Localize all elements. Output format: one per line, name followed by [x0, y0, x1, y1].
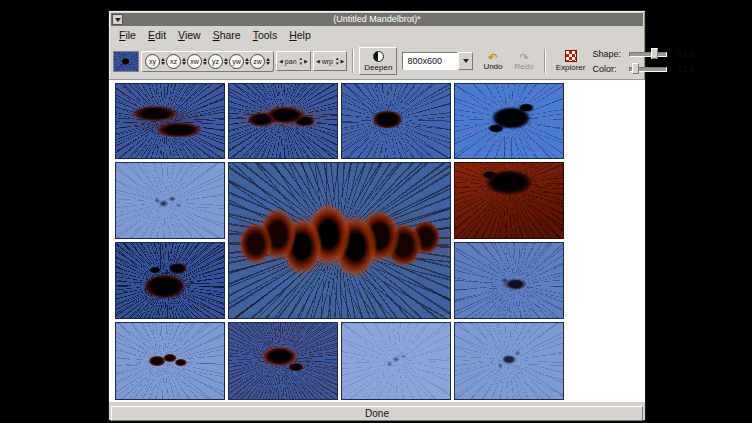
color-label: Color:: [592, 64, 626, 74]
rotate-zw-label: zw: [250, 54, 265, 69]
slider-thumb[interactable]: [632, 63, 639, 74]
undo-label: Undo: [483, 62, 502, 71]
rotate-xy-knob[interactable]: xy: [145, 54, 165, 69]
redo-label: Redo: [515, 62, 534, 71]
mutation-preview-3[interactable]: [341, 83, 451, 159]
resolution-value: 800x600: [402, 52, 458, 70]
explorer-button[interactable]: Explorer: [551, 47, 591, 75]
redo-button[interactable]: ↷ Redo: [510, 47, 539, 75]
rotate-yw-label: yw: [229, 54, 244, 69]
redo-arrow-icon: ↷: [519, 52, 528, 62]
rotate-yw-knob[interactable]: yw: [229, 54, 249, 69]
shape-value: 61.3: [670, 49, 694, 59]
current-fractal-preview[interactable]: [228, 162, 451, 319]
warp-label: wrp: [322, 58, 333, 65]
shape-slider-row: Shape: 61.3: [592, 48, 694, 60]
arrow-right-icon: ▶: [304, 58, 308, 64]
mutation-preview-11[interactable]: [341, 322, 451, 400]
deepen-half-circle-icon: [373, 51, 384, 62]
rotate-yz-label: yz: [208, 54, 223, 69]
toolbar-separator: [352, 49, 354, 73]
titlebar: (Untitled Mandelbrot)*: [111, 13, 643, 26]
screenshot-canvas: (Untitled Mandelbrot)* File Edit View Sh…: [0, 0, 752, 423]
mutation-preview-7[interactable]: [454, 162, 564, 239]
menu-share[interactable]: Share: [207, 28, 247, 42]
mutation-grid: [115, 83, 639, 400]
mutation-preview-1[interactable]: [115, 83, 225, 159]
mutation-preview-5[interactable]: [115, 162, 225, 239]
chevron-down-icon: [463, 59, 469, 63]
resolution-select[interactable]: 800x600: [402, 52, 473, 70]
undo-button[interactable]: ↶ Undo: [478, 47, 507, 75]
explorer-content: [109, 80, 645, 402]
mutation-preview-6[interactable]: [115, 242, 225, 319]
explorer-grid-icon: [565, 50, 577, 62]
menu-file[interactable]: File: [113, 28, 142, 42]
mutation-preview-4[interactable]: [454, 83, 564, 159]
mutation-preview-9[interactable]: [115, 322, 225, 400]
rotate-yz-knob[interactable]: yz: [208, 54, 228, 69]
slider-groove: [629, 52, 667, 57]
toolbar-separator: [544, 49, 546, 73]
rotate-xy-label: xy: [145, 54, 160, 69]
spin-arrows-icon[interactable]: [266, 58, 270, 65]
rotate-xw-label: xw: [187, 54, 202, 69]
spin-arrows-icon[interactable]: [224, 58, 228, 65]
arrow-left-icon: ◀: [279, 58, 283, 64]
menu-view[interactable]: View: [172, 28, 207, 42]
mutation-preview-8[interactable]: [454, 242, 564, 319]
menubar: File Edit View Share Tools Help: [109, 26, 645, 43]
shape-slider[interactable]: [629, 48, 667, 60]
undo-arrow-icon: ↶: [488, 52, 497, 62]
menu-tools[interactable]: Tools: [247, 28, 284, 42]
window-title: (Untitled Mandelbrot)*: [111, 13, 643, 26]
rotate-zw-knob[interactable]: zw: [250, 54, 270, 69]
done-button[interactable]: Done: [111, 406, 643, 421]
fractal-thumbnail: [113, 51, 139, 72]
rotate-xz-label: xz: [166, 54, 181, 69]
spin-arrows-icon[interactable]: [203, 58, 207, 65]
app-window: (Untitled Mandelbrot)* File Edit View Sh…: [108, 10, 646, 421]
color-value: 11.8: [670, 64, 694, 74]
arrow-right-icon: ▶: [340, 58, 344, 64]
window-menu-button[interactable]: [112, 14, 123, 25]
color-slider[interactable]: [629, 63, 667, 75]
parameter-sliders: Shape: 61.3 Color: 11.8: [592, 48, 696, 75]
pan-button[interactable]: ◀ pan ▲▼ ▶: [276, 51, 311, 71]
mutation-preview-10[interactable]: [228, 322, 338, 400]
warp-button[interactable]: ◀ wrp ▲▼ ▶: [313, 51, 347, 71]
slider-thumb[interactable]: [651, 48, 658, 59]
rotate-xw-knob[interactable]: xw: [187, 54, 207, 69]
footer-bar: Done: [109, 402, 645, 420]
spin-arrows-icon[interactable]: [161, 58, 165, 65]
explorer-label: Explorer: [556, 63, 586, 72]
menu-edit[interactable]: Edit: [142, 28, 172, 42]
arrow-up-down-icon: ▲▼: [335, 57, 339, 66]
arrow-up-down-icon: ▲▼: [299, 57, 303, 66]
mutation-preview-2[interactable]: [228, 83, 338, 159]
pan-label: pan: [285, 58, 297, 65]
rotation-knob-group: xy xz xw yz yw: [141, 51, 274, 72]
mutation-preview-12[interactable]: [454, 322, 564, 400]
color-slider-row: Color: 11.8: [592, 63, 694, 75]
spin-arrows-icon[interactable]: [245, 58, 249, 65]
dropdown-arrow-button[interactable]: [458, 52, 473, 70]
deepen-label: Deepen: [364, 63, 392, 72]
caret-down-icon: [115, 18, 121, 22]
rotate-xz-knob[interactable]: xz: [166, 54, 186, 69]
spin-arrows-icon[interactable]: [182, 58, 186, 65]
deepen-button[interactable]: Deepen: [359, 47, 397, 75]
shape-label: Shape:: [592, 49, 626, 59]
toolbar: xy xz xw yz yw: [109, 43, 645, 80]
menu-help[interactable]: Help: [283, 28, 317, 42]
arrow-left-icon: ◀: [316, 58, 320, 64]
